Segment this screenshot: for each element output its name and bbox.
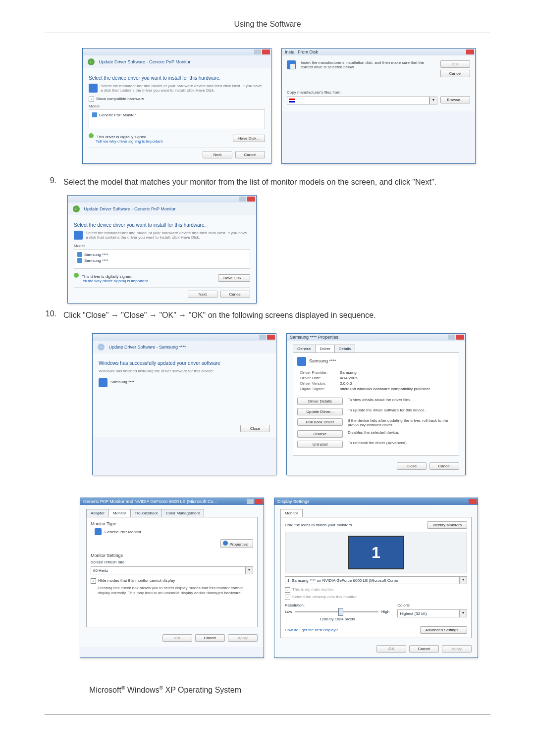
minimize-icon[interactable] xyxy=(247,499,254,504)
disable-button[interactable]: Disable xyxy=(297,430,343,438)
monitor-thumbnail[interactable]: 1 xyxy=(348,536,404,569)
close-icon[interactable] xyxy=(267,335,275,340)
show-compat-checkbox[interactable]: ✓ Show compatible hardware xyxy=(89,97,265,102)
dropdown-arrow-icon[interactable]: ▼ xyxy=(459,576,467,584)
back-icon[interactable]: ← xyxy=(88,58,95,65)
model-name: Samsung **** xyxy=(84,258,108,263)
hide-modes-note: Clearing this check box allows you to se… xyxy=(98,586,253,595)
shield-icon xyxy=(74,273,79,278)
colors-select[interactable]: Highest (32 bit) xyxy=(397,609,459,617)
breadcrumb: ← Update Driver Software - Samsung **** xyxy=(93,341,276,353)
show-compat-label: Show compatible hardware xyxy=(96,97,144,101)
close-icon[interactable] xyxy=(262,50,270,54)
tab-colormgmt[interactable]: Color Management xyxy=(161,509,204,517)
main-monitor-label: This is my main monitor xyxy=(292,587,334,592)
best-display-link[interactable]: How do I get the best display? xyxy=(285,628,338,632)
cancel-button[interactable]: Cancel xyxy=(235,151,265,158)
btn-label: Properties xyxy=(230,542,248,547)
footer-text: XP Operating System xyxy=(163,686,241,694)
resolution-value: 1280 by 1024 pixels xyxy=(285,617,389,621)
list-item[interactable]: Samsung **** xyxy=(77,252,247,257)
monitor-properties-window: Generic PnP Monitor and NVIDIA GeForce 6… xyxy=(80,498,264,658)
update-driver-button[interactable]: Update Driver... xyxy=(297,408,343,415)
tab-monitor[interactable]: Monitor xyxy=(108,509,131,517)
close-icon[interactable] xyxy=(469,499,477,504)
tab-monitor[interactable]: Monitor xyxy=(280,509,303,517)
monitor-icon xyxy=(77,258,82,263)
display-select[interactable]: 1. Samsung **** on NVIDIA GeForce 6600 L… xyxy=(285,576,459,584)
model-list[interactable]: Generic PnP Monitor xyxy=(89,109,265,129)
page-header: Using the Software xyxy=(45,20,490,29)
tab-general[interactable]: General xyxy=(293,345,316,353)
driver-properties-window: Samsung **** Properties General Driver D… xyxy=(286,333,466,475)
screenshot-step9: ← Update Driver Software - Generic PnP M… xyxy=(67,195,490,303)
tab-troubleshoot[interactable]: Troubleshoot xyxy=(130,509,162,517)
next-button[interactable]: Next xyxy=(203,151,232,158)
minimize-icon[interactable] xyxy=(259,335,266,340)
dropdown-arrow-icon[interactable]: ▼ xyxy=(459,609,467,617)
model-list[interactable]: Samsung **** Samsung **** xyxy=(74,249,250,269)
dialog-subtitle: Select the manufacturer and model of you… xyxy=(101,84,265,93)
close-button[interactable]: Close xyxy=(397,462,427,470)
kv-key: Driver Provider: xyxy=(300,370,340,375)
browse-button[interactable]: Browse... xyxy=(440,96,470,103)
hide-modes-checkbox[interactable]: ✓ Hide modes that this monitor cannot di… xyxy=(91,578,253,584)
cancel-button[interactable]: Cancel xyxy=(195,634,225,642)
tab-details[interactable]: Details xyxy=(334,345,355,353)
flag-icon xyxy=(289,99,295,102)
step-9: 9. Select the model that matches your mo… xyxy=(45,176,490,188)
dropdown-arrow-icon[interactable]: ▼ xyxy=(245,566,253,574)
cancel-button[interactable]: Cancel xyxy=(220,291,250,298)
tab-driver[interactable]: Driver xyxy=(315,345,334,353)
dropdown-arrow-icon[interactable]: ▼ xyxy=(429,97,437,104)
res-high-label: High xyxy=(381,609,389,614)
ok-button[interactable]: OK xyxy=(162,634,192,642)
copy-from-input[interactable] xyxy=(287,97,429,104)
minimize-icon[interactable] xyxy=(254,50,261,54)
minimize-icon[interactable] xyxy=(239,197,246,202)
model-list-header: Model xyxy=(89,104,265,108)
close-button[interactable]: Close xyxy=(240,425,270,432)
cancel-button[interactable]: Cancel xyxy=(409,645,439,653)
close-icon[interactable] xyxy=(247,197,255,202)
slider-thumb-icon[interactable] xyxy=(338,608,343,616)
apply-button[interactable]: Apply xyxy=(442,645,472,653)
btn-desc: To update the driver software for this d… xyxy=(348,408,455,412)
signing-info-link[interactable]: Tell me why driver signing is important xyxy=(96,139,162,144)
list-item[interactable]: Samsung **** xyxy=(77,257,247,263)
rollback-button[interactable]: Roll Back Driver xyxy=(297,418,343,426)
os-footer: Microsoft® Windows® XP Operating System xyxy=(89,685,490,695)
update-driver-window-1: ← Update Driver Software - Generic PnP M… xyxy=(82,48,271,164)
minimize-icon[interactable] xyxy=(448,335,455,340)
advanced-settings-button[interactable]: Advanced Settings... xyxy=(420,626,467,634)
monitor-preview[interactable]: 1 xyxy=(285,532,467,573)
apply-button[interactable]: Apply xyxy=(228,634,258,642)
ok-button[interactable]: OK xyxy=(376,645,406,653)
have-disk-button[interactable]: Have Disk... xyxy=(233,135,265,142)
window-title: Display Settings xyxy=(277,499,310,504)
device-icon xyxy=(89,84,98,93)
ok-button[interactable]: OK xyxy=(440,60,470,68)
list-item[interactable]: Generic PnP Monitor xyxy=(92,112,262,118)
tab-adapter[interactable]: Adapter xyxy=(86,509,109,517)
next-button[interactable]: Next xyxy=(188,291,217,298)
refresh-rate-select[interactable]: 60 Hertz xyxy=(91,566,245,574)
driver-details-button[interactable]: Driver Details xyxy=(297,398,343,405)
monitor-type-label: Monitor Type xyxy=(91,521,253,526)
signing-info-link[interactable]: Tell me why driver signing is important xyxy=(81,279,148,283)
update-success-window: ← Update Driver Software - Samsung **** … xyxy=(92,333,276,475)
device-name: Samsung **** xyxy=(110,378,134,384)
resolution-slider[interactable] xyxy=(295,611,378,612)
close-icon[interactable] xyxy=(456,335,464,340)
have-disk-button[interactable]: Have Disk... xyxy=(218,274,250,282)
close-icon[interactable] xyxy=(255,499,263,504)
close-icon[interactable] xyxy=(466,50,474,54)
breadcrumb-text: Update Driver Software - Generic PnP Mon… xyxy=(84,206,176,211)
disk-icon xyxy=(287,60,296,69)
back-icon[interactable]: ← xyxy=(73,205,80,212)
properties-button[interactable]: Properties xyxy=(220,539,253,548)
identify-monitors-button[interactable]: Identify Monitors xyxy=(427,521,467,529)
uninstall-button[interactable]: Uninstall xyxy=(297,441,343,448)
cancel-button[interactable]: Cancel xyxy=(429,462,459,470)
cancel-button[interactable]: Cancel xyxy=(440,70,470,77)
